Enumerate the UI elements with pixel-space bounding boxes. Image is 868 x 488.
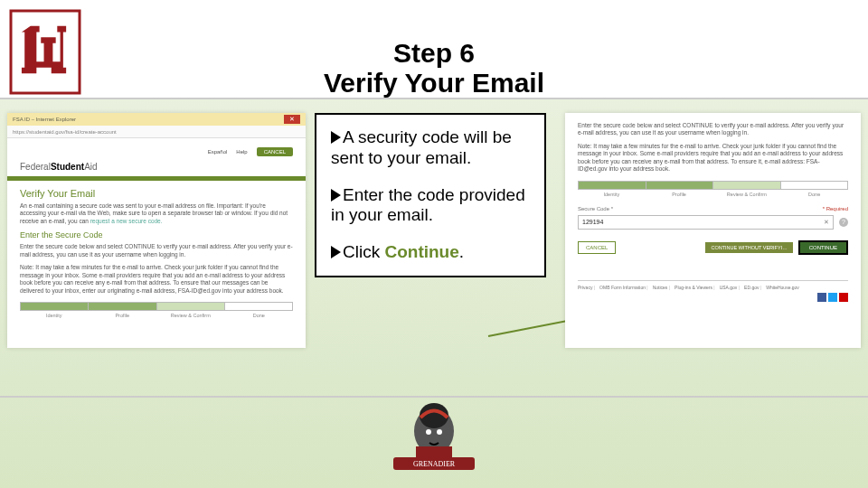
instruction-box: A security code will be sent to your ema… (315, 113, 546, 277)
left-p3: Note: It may take a few minutes for the … (20, 264, 293, 295)
slide-header: Step 6 Verify Your Email (0, 0, 868, 99)
green-bar (7, 176, 306, 181)
continue-button[interactable]: CONTINUE (798, 240, 848, 255)
request-code-link[interactable]: request a new secure code. (90, 218, 163, 224)
code-label: Secure Code * (578, 206, 613, 211)
right-note: Note: It may take a few minutes for the … (578, 143, 848, 174)
right-buttons: CANCEL CONTINUE WITHOUT VERIFYI… CONTINU… (578, 240, 848, 255)
left-screenshot: FSA ID – Internet Explorer ✕ https://stu… (7, 113, 306, 348)
continue-without-button[interactable]: CONTINUE WITHOUT VERIFYI… (705, 242, 792, 253)
twitter-icon[interactable] (828, 293, 837, 302)
right-intro: Enter the secure code below and select C… (578, 122, 848, 137)
arrow-icon (331, 246, 341, 258)
progress-bar-right (578, 181, 848, 190)
continue-word: Continue (384, 242, 458, 261)
youtube-icon[interactable] (839, 293, 848, 302)
nav-cancel[interactable]: CANCEL (257, 147, 293, 156)
left-h1: Verify Your Email (20, 188, 293, 199)
required-label: * Required (823, 206, 848, 211)
browser-title-bar: FSA ID – Internet Explorer ✕ (7, 113, 306, 126)
left-p1: An e-mail containing a secure code was s… (20, 202, 293, 225)
nav-espanol[interactable]: Español (208, 149, 228, 155)
arrow-icon (331, 189, 341, 202)
bullet-2: Enter the code provided in your email. (331, 185, 530, 227)
bullet-1: A security code will be sent to your ema… (331, 127, 530, 169)
progress-labels-left: Identity Profile Review & Confirm Done (20, 313, 293, 318)
clear-icon[interactable]: ✕ (824, 219, 829, 226)
browser-title: FSA ID – Internet Explorer (13, 117, 76, 122)
secure-code-row: 129194 ✕ ? (578, 215, 848, 230)
step-title: Verify Your Email (0, 68, 868, 98)
code-value: 129194 (582, 219, 603, 225)
left-p2: Enter the secure code below and select C… (20, 243, 293, 258)
top-nav: Español Help CANCEL (20, 147, 293, 156)
close-icon[interactable]: ✕ (284, 115, 300, 124)
secure-code-input[interactable]: 129194 ✕ (578, 215, 834, 230)
nav-help[interactable]: Help (236, 149, 247, 155)
code-label-row: Secure Code * * Required (578, 206, 848, 211)
svg-rect-7 (416, 446, 452, 459)
svg-point-6 (437, 429, 442, 435)
slide-title: Step 6 Verify Your Email (0, 38, 868, 98)
arrow-icon (331, 131, 341, 144)
help-icon[interactable]: ? (839, 218, 848, 227)
right-screenshot: Enter the secure code below and select C… (565, 113, 861, 348)
grenadier-mascot: GRENADIER (389, 399, 479, 481)
cancel-button[interactable]: CANCEL (578, 241, 616, 254)
fsa-logo: FederalStudentAid (20, 162, 293, 172)
progress-bar-left (20, 302, 293, 311)
facebook-icon[interactable] (817, 293, 826, 302)
url-text: https://studentaid.gov/fsa-id/create-acc… (13, 129, 117, 135)
social-icons (578, 293, 848, 302)
progress-labels-right: Identity Profile Review & Confirm Done (578, 192, 848, 197)
content-area: FSA ID – Internet Explorer ✕ https://stu… (0, 113, 868, 384)
svg-text:GRENADIER: GRENADIER (413, 460, 456, 468)
svg-point-5 (426, 429, 431, 435)
step-number: Step 6 (0, 38, 868, 68)
bullet-3: Click Continue. (331, 242, 530, 263)
footer-links: Privacy OMB Form Information Notices Plu… (578, 280, 848, 290)
left-h2: Enter the Secure Code (20, 230, 293, 239)
url-bar: https://studentaid.gov/fsa-id/create-acc… (7, 126, 306, 138)
bottom-divider (0, 396, 868, 398)
